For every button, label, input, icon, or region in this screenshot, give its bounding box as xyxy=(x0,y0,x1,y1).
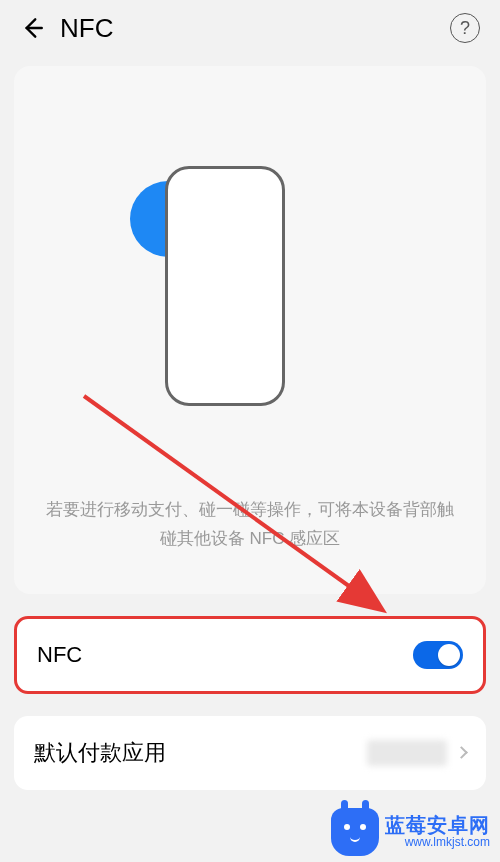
nfc-illustration: 若要进行移动支付、碰一碰等操作，可将本设备背部触碰其他设备 NFC 感应区 xyxy=(14,66,486,594)
phone-graphic xyxy=(150,166,350,456)
chevron-right-icon xyxy=(455,746,468,759)
phone-outline-icon xyxy=(165,166,285,406)
nfc-hint-text: 若要进行移动支付、碰一碰等操作，可将本设备背部触碰其他设备 NFC 感应区 xyxy=(34,496,466,554)
watermark-url: www.lmkjst.com xyxy=(405,836,490,849)
back-button[interactable] xyxy=(14,10,50,46)
nfc-toggle-switch[interactable] xyxy=(413,641,463,669)
header: NFC ? xyxy=(0,0,500,56)
watermark-mascot-icon xyxy=(331,808,379,856)
default-payment-value-blurred xyxy=(367,740,447,766)
watermark-title: 蓝莓安卓网 xyxy=(385,814,490,836)
default-payment-row[interactable]: 默认付款应用 xyxy=(14,716,486,790)
back-arrow-icon xyxy=(19,15,45,41)
default-payment-value-group xyxy=(367,740,466,766)
page-title: NFC xyxy=(60,13,450,44)
help-button[interactable]: ? xyxy=(450,13,480,43)
watermark: 蓝莓安卓网 www.lmkjst.com xyxy=(331,808,490,856)
help-icon: ? xyxy=(460,18,470,39)
default-payment-label: 默认付款应用 xyxy=(34,738,166,768)
nfc-toggle-row[interactable]: NFC xyxy=(14,616,486,694)
nfc-toggle-label: NFC xyxy=(37,642,82,668)
